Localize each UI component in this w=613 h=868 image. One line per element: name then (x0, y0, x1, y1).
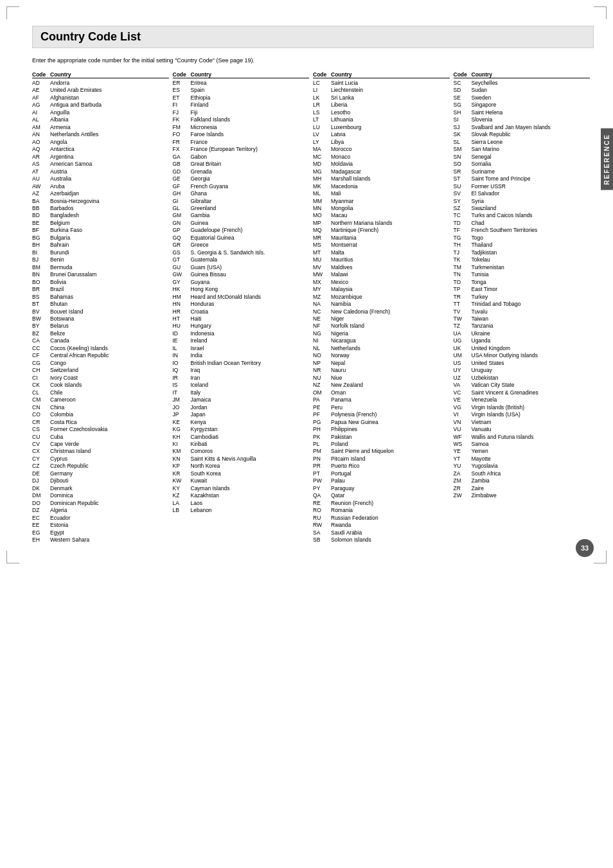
country-name: Colombia (50, 411, 169, 418)
table-row: CCCocos (Keeling) Islands (32, 345, 169, 352)
country-name: Australia (50, 175, 169, 182)
country-code: YT (454, 456, 472, 463)
table-row: TVTuvalu (454, 308, 591, 315)
country-code: TD (454, 220, 472, 227)
col-country-header-4: Country (472, 71, 591, 78)
table-row: ECEcuador (32, 515, 169, 522)
country-name: Papua New Guinea (331, 419, 450, 426)
country-name: Sudan (472, 87, 591, 94)
country-name: United Kingdom (472, 345, 591, 352)
country-code: AW (32, 183, 50, 190)
country-name: Guyana (191, 279, 310, 286)
country-code: GP (173, 227, 191, 234)
country-name: Tuvalu (472, 308, 591, 315)
country-name: British Indian Ocean Territory (191, 360, 310, 367)
table-row: CZCzech Republic (32, 463, 169, 470)
country-name: Argentina (50, 154, 169, 161)
table-row: GIGibraltar (173, 198, 310, 205)
country-code: CI (32, 375, 50, 382)
table-row: PFPolynesia (French) (313, 411, 450, 418)
table-row: IDIndonesia (173, 330, 310, 337)
table-row: GMGambia (173, 212, 310, 219)
country-name: Sweden (472, 94, 591, 102)
table-row: VNVietnam (454, 419, 591, 426)
country-code: HN (173, 301, 191, 308)
country-code: CN (32, 404, 50, 411)
country-name: Bhutan (50, 301, 169, 308)
country-name: Paraguay (331, 485, 450, 492)
col-header-3: CodeCountry (313, 71, 450, 78)
table-row: ARArgentina (32, 154, 169, 161)
country-name: Rwanda (331, 522, 450, 529)
table-row: CRCosta Rica (32, 419, 169, 426)
country-name: Benin (50, 256, 169, 263)
country-name: Vietnam (472, 419, 591, 426)
country-name: Saint Vincent & Grenadines (472, 389, 591, 396)
country-code: LT (313, 116, 331, 123)
country-name: Finland (191, 102, 310, 109)
country-name: Antigua and Barbuda (50, 102, 169, 109)
country-name: Bulgaria (50, 235, 169, 242)
country-name: Cape Verde (50, 441, 169, 448)
country-name: Turks and Caicos Islands (472, 212, 591, 219)
country-code: MX (313, 279, 331, 286)
table-row: KRSouth Korea (173, 470, 310, 477)
table-row: TGTogo (454, 235, 591, 242)
country-name: Brunei Darussalam (50, 271, 169, 278)
country-code: ES (173, 87, 191, 94)
country-name: Bosnia-Herzegovina (50, 198, 169, 205)
country-code: HM (173, 294, 191, 301)
country-name: Dominican Republic (50, 500, 169, 507)
country-name: Turkmenistan (472, 264, 591, 271)
table-row: SBSolomon Islands (313, 536, 450, 544)
country-name: Canada (50, 337, 169, 344)
country-name: Germany (50, 470, 169, 477)
country-name: Guatemala (191, 256, 310, 263)
country-code: HU (173, 323, 191, 330)
country-code: KE (173, 419, 191, 426)
country-code: FX (173, 146, 191, 153)
table-row: LALaos (173, 500, 310, 507)
table-row: GUGuam (USA) (173, 264, 310, 271)
table-row: SHSaint Helena (454, 109, 591, 116)
table-row: ETEthiopia (173, 94, 310, 102)
country-name: Congo (50, 360, 169, 367)
country-name: Namibia (331, 301, 450, 308)
country-code: BF (32, 227, 50, 234)
country-code: KY (173, 485, 191, 492)
table-row: UMUSA Minor Outlying Islands (454, 352, 591, 359)
country-code: KZ (173, 492, 191, 499)
table-row: BIBurundi (32, 249, 169, 256)
country-code: ZA (454, 470, 472, 477)
country-name: Eritrea (191, 80, 310, 87)
country-code: SO (454, 161, 472, 168)
col-code-header-3: Code (313, 71, 331, 78)
country-name: Georgia (191, 175, 310, 182)
country-code: LV (313, 131, 331, 138)
country-code: JM (173, 396, 191, 403)
table-row: MCMonaco (313, 154, 450, 161)
subtitle: Enter the appropriate code number for th… (32, 57, 594, 64)
country-name: Martinique (French) (331, 227, 450, 234)
country-code: IQ (173, 367, 191, 374)
country-name: Mali (331, 190, 450, 197)
country-name: S. Georgia & S. Sandwich Isls. (191, 249, 310, 256)
country-name: Uzbekistan (472, 375, 591, 382)
table-row: ANNetherlands Antilles (32, 131, 169, 138)
country-code: MT (313, 249, 331, 256)
country-name: Greenland (191, 205, 310, 212)
corner-mark-tl (6, 6, 19, 19)
country-code: UK (454, 345, 472, 352)
country-name: Philippines (331, 426, 450, 433)
corner-mark-tr (594, 6, 607, 19)
country-name: Sierra Leone (472, 139, 591, 146)
table-row: EHWestern Sahara (32, 536, 169, 544)
country-name: Tokelau (472, 256, 591, 263)
table-row: FJFiji (173, 109, 310, 116)
country-code: SV (454, 190, 472, 197)
table-row: GAGabon (173, 154, 310, 161)
table-row: ZASouth Africa (454, 470, 591, 477)
country-code: JO (173, 404, 191, 411)
table-row: SASaudi Arabia (313, 529, 450, 536)
country-code: EE (32, 522, 50, 529)
